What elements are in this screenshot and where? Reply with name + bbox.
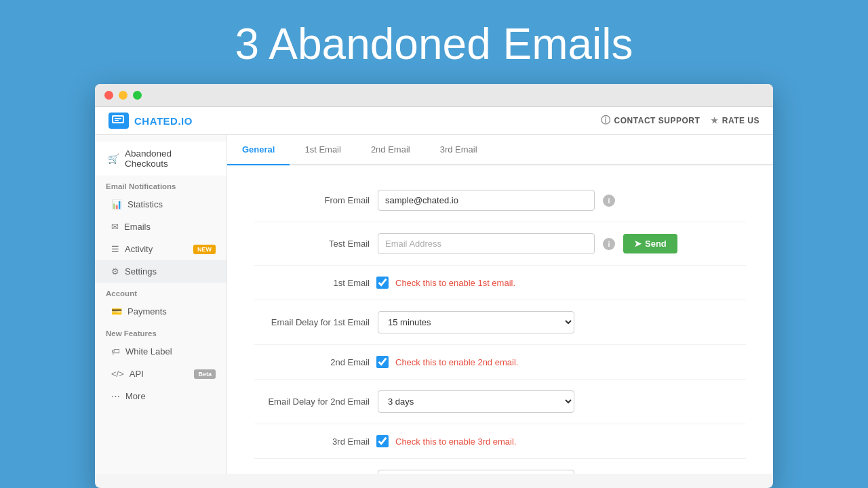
sidebar-item-emails[interactable]: ✉ Emails [95, 216, 226, 238]
from-email-info-icon[interactable]: i [603, 195, 615, 207]
help-icon: ⓘ [601, 115, 611, 127]
2nd-email-delay-label: Email Delay for 2nd Email [254, 396, 370, 407]
2nd-email-enable-text[interactable]: Check this to enable 2nd email. [395, 357, 518, 367]
from-email-row: From Email i [254, 179, 746, 222]
2nd-email-enable-row: 2nd Email Check this to enable 2nd email… [254, 345, 746, 380]
3rd-email-enable-row: 3rd Email Check this to enable 3rd email… [254, 424, 746, 459]
minimize-button[interactable] [119, 91, 127, 100]
window-titlebar [95, 84, 773, 107]
logo-icon [108, 113, 129, 129]
2nd-email-delay-select[interactable]: 1 day 2 days 3 days 5 days 7 days [378, 390, 574, 413]
app-name: CHATED.IO [134, 115, 193, 127]
2nd-email-checkbox[interactable] [376, 356, 389, 368]
1st-email-enable-text[interactable]: Check this to enable 1st email. [395, 278, 515, 288]
payments-icon: 💳 [111, 306, 122, 317]
sidebar-item-label: White Label [125, 346, 172, 357]
svg-rect-3 [115, 120, 119, 121]
test-email-row: Test Email i ➤ Send [254, 222, 746, 266]
2nd-email-label: 2nd Email [254, 357, 370, 367]
sidebar-item-label: Activity [125, 244, 153, 254]
3rd-email-enable-text[interactable]: Check this to enable 3rd email. [395, 436, 516, 447]
sidebar-item-settings[interactable]: ⚙ Settings [95, 260, 226, 283]
sidebar-item-label: Abandoned Checkouts [125, 148, 216, 169]
3rd-email-label: 3rd Email [254, 436, 370, 447]
rate-us-button[interactable]: ★ RATE US [711, 116, 760, 125]
sidebar-item-label: Settings [125, 266, 157, 277]
logo-area: CHATED.IO [108, 113, 193, 129]
maximize-button[interactable] [133, 91, 142, 100]
new-badge: New [193, 245, 216, 254]
close-button[interactable] [104, 91, 113, 100]
page-title: 3 Abandoned Emails [0, 0, 868, 84]
app-window: CHATED.IO ⓘ CONTACT SUPPORT ★ RATE US 🛒 … [95, 84, 773, 488]
header-actions: ⓘ CONTACT SUPPORT ★ RATE US [601, 115, 760, 127]
label-icon: 🏷 [111, 346, 120, 357]
tab-3rd-email[interactable]: 3rd Email [425, 135, 492, 165]
sidebar-item-label: Emails [124, 222, 151, 232]
sidebar-item-label: API [130, 369, 144, 379]
rate-us-label: RATE US [722, 116, 760, 125]
tab-1st-email[interactable]: 1st Email [290, 135, 355, 165]
main-content: General 1st Email 2nd Email 3rd Email Fr… [227, 135, 773, 474]
cart-icon: 🛒 [108, 153, 119, 164]
tab-general[interactable]: General [227, 135, 290, 165]
sidebar-item-more[interactable]: ⋯ More [95, 385, 226, 407]
beta-badge: Beta [194, 369, 216, 379]
email-icon: ✉ [111, 222, 119, 232]
from-email-input[interactable] [378, 190, 595, 211]
sidebar-item-statistics[interactable]: 📊 Statistics [95, 193, 226, 216]
settings-icon: ⚙ [111, 266, 119, 277]
send-button[interactable]: ➤ Send [623, 234, 677, 253]
section-label-account: Account [95, 283, 226, 300]
sidebar-item-label: Payments [127, 306, 167, 317]
1st-email-enable-row: 1st Email Check this to enable 1st email… [254, 266, 746, 300]
more-icon: ⋯ [111, 391, 120, 401]
1st-email-label: 1st Email [254, 278, 370, 288]
sidebar: 🛒 Abandoned Checkouts Email Notification… [95, 135, 227, 474]
test-email-info-icon[interactable]: i [603, 238, 615, 250]
tab-2nd-email[interactable]: 2nd Email [356, 135, 425, 165]
send-label: Send [645, 239, 667, 249]
sidebar-item-abandoned-checkouts[interactable]: 🛒 Abandoned Checkouts [95, 142, 226, 176]
form-area: From Email i Test Email i ➤ Send 1st [227, 165, 773, 474]
3rd-email-delay-select[interactable]: 1 day 3 days 5 days 7 days 14 days [378, 470, 574, 474]
sidebar-item-api[interactable]: </> API Beta [95, 363, 226, 385]
1st-email-delay-row: Email Delay for 1st Email 15 minutes 30 … [254, 300, 746, 345]
sidebar-item-label: Statistics [127, 199, 163, 209]
contact-support-label: CONTACT SUPPORT [614, 116, 701, 125]
svg-rect-2 [115, 118, 121, 119]
send-icon: ➤ [634, 239, 642, 249]
3rd-email-checkbox[interactable] [376, 435, 389, 447]
sidebar-item-label: More [125, 391, 146, 401]
3rd-email-delay-row: Email Delay for 3rd Email 1 day 3 days 5… [254, 459, 746, 474]
test-email-label: Test Email [254, 239, 370, 249]
sidebar-item-payments[interactable]: 💳 Payments [95, 300, 226, 323]
sidebar-item-activity[interactable]: ☰ Activity New [95, 238, 226, 260]
section-label-email-notifications: Email Notifications [95, 176, 226, 193]
1st-email-checkbox[interactable] [376, 277, 389, 289]
activity-icon: ☰ [111, 244, 119, 254]
api-icon: </> [111, 369, 124, 379]
tabs-bar: General 1st Email 2nd Email 3rd Email [227, 135, 773, 165]
contact-support-button[interactable]: ⓘ CONTACT SUPPORT [601, 115, 700, 127]
from-email-label: From Email [254, 195, 370, 205]
1st-email-delay-select[interactable]: 15 minutes 30 minutes 1 hour 2 hours 3 h… [378, 311, 574, 333]
test-email-input[interactable] [378, 233, 595, 254]
section-label-new-features: New Features [95, 323, 226, 340]
1st-email-delay-label: Email Delay for 1st Email [254, 317, 370, 327]
star-icon: ★ [711, 116, 719, 125]
2nd-email-delay-row: Email Delay for 2nd Email 1 day 2 days 3… [254, 380, 746, 424]
app-header: CHATED.IO ⓘ CONTACT SUPPORT ★ RATE US [95, 107, 773, 135]
chart-icon: 📊 [111, 199, 122, 209]
sidebar-item-white-label[interactable]: 🏷 White Label [95, 340, 226, 363]
window-body: 🛒 Abandoned Checkouts Email Notification… [95, 135, 773, 474]
